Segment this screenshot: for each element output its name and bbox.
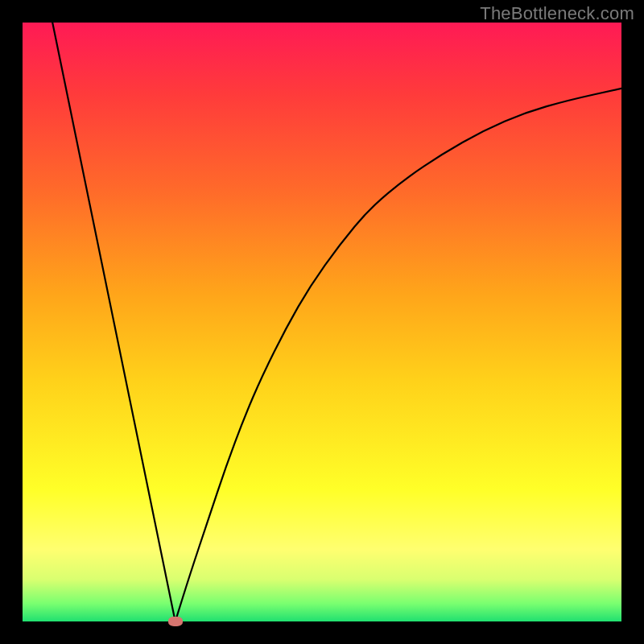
minimum-marker <box>168 617 183 626</box>
curve-path <box>52 23 621 621</box>
curve-svg <box>23 23 621 621</box>
watermark-text: TheBottleneck.com <box>480 3 634 24</box>
chart-frame: TheBottleneck.com <box>0 0 644 644</box>
plot-area <box>23 23 621 621</box>
